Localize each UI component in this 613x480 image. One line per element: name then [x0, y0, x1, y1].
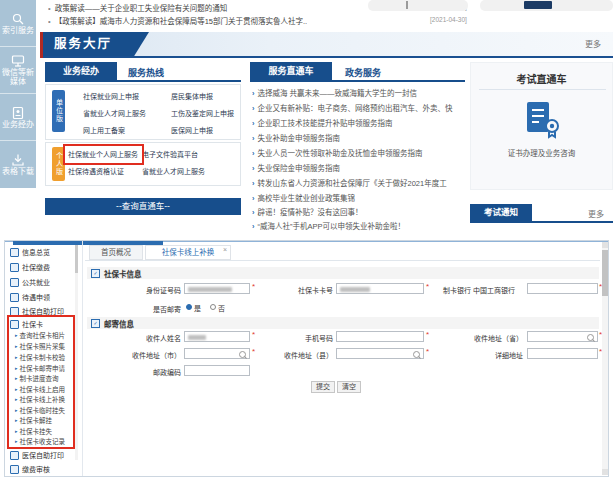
zip-code-input[interactable] [184, 365, 250, 376]
tab-exam-notice[interactable]: 考试通知 [470, 204, 532, 221]
link-personal-service[interactable]: 电子文件验真平台 [142, 149, 198, 159]
submenu-item[interactable]: 查询社保卡相片 [15, 330, 65, 340]
menu-item-payment[interactable]: 社保缴费 [10, 262, 50, 272]
rail-item-business-handling[interactable]: 业务经办 [0, 94, 36, 141]
download-icon [11, 153, 25, 167]
certificate-icon[interactable] [523, 99, 563, 139]
id-number-input[interactable] [184, 283, 250, 294]
tab-gov-services[interactable]: 政务服务 [345, 66, 381, 79]
payment-icon [10, 263, 19, 272]
phone-input[interactable] [336, 331, 424, 342]
scroll-up-arrow[interactable] [602, 242, 608, 248]
panel-scrollbar-thumb[interactable] [602, 250, 608, 296]
submenu-item[interactable]: 社保卡临时挂失 [15, 405, 65, 415]
radio-mail-no[interactable] [210, 304, 216, 310]
submenu-item[interactable]: 社保卡照片采集 [15, 341, 65, 351]
news-link[interactable]: 政策解读——关于企业职工失业保险有关问题的通知 [48, 2, 420, 13]
tab-home-overview[interactable]: 首页概况 [89, 245, 143, 260]
benefit-icon [10, 293, 19, 302]
address-detail-input[interactable] [527, 348, 598, 359]
menu-item-benefit[interactable]: 待遇申领 [10, 292, 50, 302]
express-list-item[interactable]: 企业职工技术技能提升补贴申领服务指南 [252, 117, 464, 128]
submenu-item-card-online-replace[interactable]: 社保卡线上补换 [15, 394, 65, 404]
tab-card-online-replace[interactable]: 社保卡线上补换 × [145, 245, 231, 260]
audit-icon [10, 465, 19, 474]
query-express-button[interactable]: --查询直通车-- [45, 198, 241, 215]
close-icon[interactable]: × [223, 246, 227, 254]
rail-item-form-download[interactable]: 表格下载 [0, 141, 36, 187]
exam-more-link[interactable]: 更多 [588, 208, 604, 219]
link-unit-service[interactable]: 工伤及鉴定网上申报 [171, 108, 234, 118]
menu-scrollbar[interactable] [75, 245, 78, 460]
menu-label: 缴费审核 [22, 464, 50, 474]
menu-item-overview[interactable]: 信息总览 [10, 247, 50, 257]
bank-input[interactable] [527, 283, 598, 294]
menu-label: 信息总览 [22, 247, 50, 257]
menu-divider [82, 241, 83, 476]
menu-item-payment-audit[interactable]: 缴费审核 [10, 464, 50, 474]
radio-mail-yes[interactable] [186, 304, 192, 310]
card-number-input[interactable] [336, 283, 424, 294]
address-county-label: 收件地址（县） [253, 350, 333, 360]
exam-card-caption[interactable]: 证书办理及业务咨询 [471, 147, 612, 158]
submenu-item[interactable]: 社保卡收支记录 [15, 436, 65, 446]
express-list-item[interactable]: “威海人社”手机APP可以申领失业补助金啦！ [252, 220, 464, 231]
link-personal-service[interactable]: 社保待遇资格认证 [68, 166, 124, 176]
news-link[interactable]: 【政策解读】威海市人力资源和社会保障局等15部门关于贯彻落实鲁人社字.. [48, 15, 420, 26]
rail-item-wechat-media[interactable]: 微信等新媒体 [0, 47, 36, 94]
printer-icon [10, 451, 19, 460]
menu-scrollbar-thumb[interactable] [75, 245, 78, 273]
express-list-item[interactable]: 失业人员一次性领取补助金及抚恤金申领服务指南 [252, 147, 464, 158]
card-number-label: 社保卡卡号 [253, 285, 333, 295]
link-unit-service[interactable]: 省就业人才网上服务 [83, 108, 146, 118]
menu-item-employment[interactable]: 公共就业 [10, 277, 50, 287]
address-detail-label: 详细地址 [413, 350, 523, 360]
submenu-item[interactable]: 社保卡邮寄申请 [15, 363, 65, 373]
tab-business-handling[interactable]: 业务经办 [45, 62, 117, 80]
section-mail-info: ✓ 邮寄信息 [87, 317, 599, 329]
rail-item-index-service[interactable]: 索引服务 [0, 0, 36, 47]
express-list-item[interactable]: 辟谣！疫情补贴？没有这回事！ [252, 206, 464, 217]
link-unit-service[interactable]: 网上用工备案 [83, 125, 125, 135]
magnifier-icon[interactable] [587, 334, 594, 341]
express-list-item[interactable]: 选择威海 共赢未来——致威海籍大学生的一封信 [252, 87, 464, 98]
menu-item-ss-print[interactable]: 社保自助打印 [10, 306, 64, 316]
link-personal-service[interactable]: 省就业人才网上服务 [142, 166, 205, 176]
clear-button[interactable]: 清空 [337, 381, 361, 393]
menu-item-medical-print[interactable]: 医保自助打印 [10, 450, 64, 460]
address-province-input[interactable] [527, 331, 598, 342]
submenu-item[interactable]: 社保卡制卡校验 [15, 352, 65, 362]
id-number-label: 身份证号码 [85, 285, 181, 295]
scroll-down-arrow[interactable] [602, 469, 608, 475]
briefcase-icon [10, 278, 19, 287]
radio-mail-yes-label[interactable]: 是 [194, 303, 201, 313]
submit-button[interactable]: 提交 [311, 381, 335, 393]
panel-scrollbar[interactable] [602, 242, 608, 475]
menu-label: 公共就业 [22, 277, 50, 287]
address-city-input[interactable] [184, 348, 250, 359]
express-list-item[interactable]: 失业补助金申领服务指南 [252, 132, 464, 143]
recipient-name-input[interactable] [184, 331, 250, 342]
magnifier-icon[interactable] [239, 351, 246, 358]
link-unit-service[interactable]: 居民集体申报 [171, 91, 213, 101]
express-list-item[interactable]: 高校毕业生就业创业政策集锦 [252, 192, 464, 203]
submenu-item[interactable]: 社保卡挂失 [15, 426, 52, 436]
link-unit-service[interactable]: 医保网上申报 [171, 125, 213, 135]
link-personal-sbjy-online-service[interactable]: 社保就业个人网上服务 [68, 149, 138, 159]
express-list-item[interactable]: 企业又有新补贴：电子商务、网络预约出租汽车、外卖、快 [252, 102, 464, 113]
personal-version-tag: 个人版 [52, 147, 65, 181]
submenu-item[interactable]: 社保卡线上启用 [15, 384, 65, 394]
submenu-item[interactable]: 社保卡解挂 [15, 415, 52, 425]
radio-mail-no-label[interactable]: 否 [218, 303, 225, 313]
link-unit-service[interactable]: 社保就业网上申报 [83, 91, 139, 101]
express-list-item[interactable]: 转发山东省人力资源和社会保障厅《关于做好2021年度工 [252, 177, 464, 188]
submenu-item[interactable]: 制卡进度查询 [15, 373, 59, 383]
tab-service-hotline[interactable]: 服务热线 [128, 66, 164, 79]
tab-label: 社保卡线上补换 [162, 248, 215, 257]
address-province-label: 收件地址（省） [413, 333, 523, 343]
service-hall-more-link[interactable]: 更多 [585, 38, 601, 49]
tab-service-express[interactable]: 服务直通车 [250, 62, 332, 80]
address-county-input[interactable] [336, 348, 424, 359]
menu-item-social-card[interactable]: 社保卡 [10, 319, 43, 329]
express-list-item[interactable]: 失业保险金申领服务指南 [252, 162, 464, 173]
